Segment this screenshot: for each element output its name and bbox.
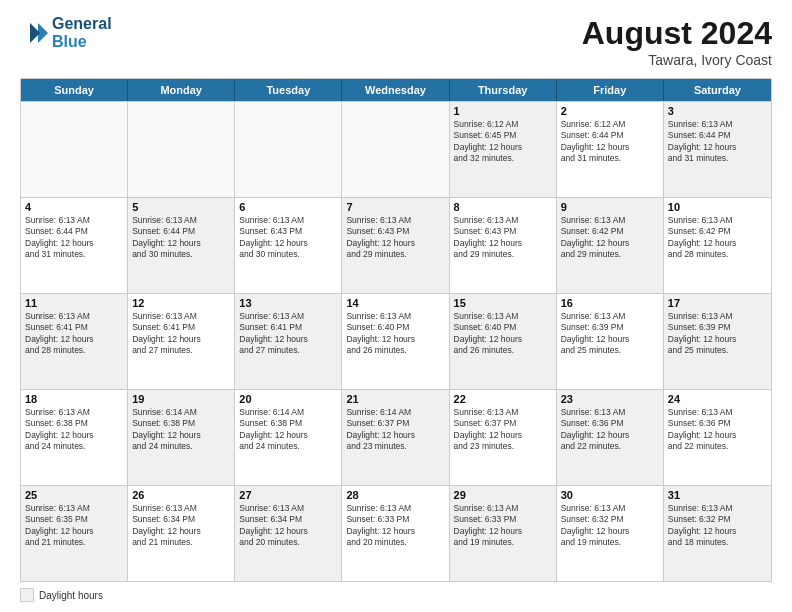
day-info: Sunrise: 6:12 AM Sunset: 6:44 PM Dayligh… <box>561 119 659 165</box>
logo-icon <box>20 19 48 47</box>
day-cell-26: 26Sunrise: 6:13 AM Sunset: 6:34 PM Dayli… <box>128 486 235 581</box>
day-cell-20: 20Sunrise: 6:14 AM Sunset: 6:38 PM Dayli… <box>235 390 342 485</box>
day-header-tuesday: Tuesday <box>235 79 342 101</box>
day-info: Sunrise: 6:13 AM Sunset: 6:35 PM Dayligh… <box>25 503 123 549</box>
day-number: 21 <box>346 393 444 405</box>
day-cell-28: 28Sunrise: 6:13 AM Sunset: 6:33 PM Dayli… <box>342 486 449 581</box>
day-info: Sunrise: 6:14 AM Sunset: 6:38 PM Dayligh… <box>132 407 230 453</box>
day-info: Sunrise: 6:13 AM Sunset: 6:32 PM Dayligh… <box>668 503 767 549</box>
day-cell-21: 21Sunrise: 6:14 AM Sunset: 6:37 PM Dayli… <box>342 390 449 485</box>
day-number: 23 <box>561 393 659 405</box>
day-number: 4 <box>25 201 123 213</box>
day-cell-13: 13Sunrise: 6:13 AM Sunset: 6:41 PM Dayli… <box>235 294 342 389</box>
day-info: Sunrise: 6:13 AM Sunset: 6:33 PM Dayligh… <box>454 503 552 549</box>
day-number: 16 <box>561 297 659 309</box>
day-cell-1: 1Sunrise: 6:12 AM Sunset: 6:45 PM Daylig… <box>450 102 557 197</box>
day-cell-23: 23Sunrise: 6:13 AM Sunset: 6:36 PM Dayli… <box>557 390 664 485</box>
day-info: Sunrise: 6:13 AM Sunset: 6:39 PM Dayligh… <box>668 311 767 357</box>
legend-box <box>20 588 34 602</box>
day-number: 28 <box>346 489 444 501</box>
month-title: August 2024 <box>582 15 772 52</box>
day-info: Sunrise: 6:13 AM Sunset: 6:37 PM Dayligh… <box>454 407 552 453</box>
day-info: Sunrise: 6:13 AM Sunset: 6:36 PM Dayligh… <box>668 407 767 453</box>
logo-text-blue: Blue <box>52 33 112 51</box>
week-row-2: 4Sunrise: 6:13 AM Sunset: 6:44 PM Daylig… <box>21 197 771 293</box>
day-header-monday: Monday <box>128 79 235 101</box>
legend-label: Daylight hours <box>39 590 103 601</box>
day-info: Sunrise: 6:13 AM Sunset: 6:43 PM Dayligh… <box>239 215 337 261</box>
day-cell-6: 6Sunrise: 6:13 AM Sunset: 6:43 PM Daylig… <box>235 198 342 293</box>
week-row-3: 11Sunrise: 6:13 AM Sunset: 6:41 PM Dayli… <box>21 293 771 389</box>
day-cell-16: 16Sunrise: 6:13 AM Sunset: 6:39 PM Dayli… <box>557 294 664 389</box>
day-number: 3 <box>668 105 767 117</box>
logo-text-general: General <box>52 15 112 33</box>
day-cell-15: 15Sunrise: 6:13 AM Sunset: 6:40 PM Dayli… <box>450 294 557 389</box>
day-cell-25: 25Sunrise: 6:13 AM Sunset: 6:35 PM Dayli… <box>21 486 128 581</box>
day-cell-10: 10Sunrise: 6:13 AM Sunset: 6:42 PM Dayli… <box>664 198 771 293</box>
day-header-friday: Friday <box>557 79 664 101</box>
day-cell-2: 2Sunrise: 6:12 AM Sunset: 6:44 PM Daylig… <box>557 102 664 197</box>
empty-cell <box>128 102 235 197</box>
day-info: Sunrise: 6:13 AM Sunset: 6:43 PM Dayligh… <box>346 215 444 261</box>
day-cell-29: 29Sunrise: 6:13 AM Sunset: 6:33 PM Dayli… <box>450 486 557 581</box>
legend: Daylight hours <box>20 588 772 602</box>
day-cell-14: 14Sunrise: 6:13 AM Sunset: 6:40 PM Dayli… <box>342 294 449 389</box>
empty-cell <box>235 102 342 197</box>
day-number: 27 <box>239 489 337 501</box>
day-info: Sunrise: 6:13 AM Sunset: 6:41 PM Dayligh… <box>25 311 123 357</box>
day-number: 24 <box>668 393 767 405</box>
day-info: Sunrise: 6:12 AM Sunset: 6:45 PM Dayligh… <box>454 119 552 165</box>
week-row-5: 25Sunrise: 6:13 AM Sunset: 6:35 PM Dayli… <box>21 485 771 581</box>
day-cell-17: 17Sunrise: 6:13 AM Sunset: 6:39 PM Dayli… <box>664 294 771 389</box>
empty-cell <box>342 102 449 197</box>
day-header-wednesday: Wednesday <box>342 79 449 101</box>
day-cell-3: 3Sunrise: 6:13 AM Sunset: 6:44 PM Daylig… <box>664 102 771 197</box>
day-cell-31: 31Sunrise: 6:13 AM Sunset: 6:32 PM Dayli… <box>664 486 771 581</box>
day-header-thursday: Thursday <box>450 79 557 101</box>
day-number: 22 <box>454 393 552 405</box>
day-info: Sunrise: 6:13 AM Sunset: 6:33 PM Dayligh… <box>346 503 444 549</box>
day-info: Sunrise: 6:13 AM Sunset: 6:38 PM Dayligh… <box>25 407 123 453</box>
day-cell-19: 19Sunrise: 6:14 AM Sunset: 6:38 PM Dayli… <box>128 390 235 485</box>
day-info: Sunrise: 6:13 AM Sunset: 6:34 PM Dayligh… <box>132 503 230 549</box>
day-header-saturday: Saturday <box>664 79 771 101</box>
day-number: 20 <box>239 393 337 405</box>
location-subtitle: Tawara, Ivory Coast <box>582 52 772 68</box>
day-number: 6 <box>239 201 337 213</box>
day-number: 25 <box>25 489 123 501</box>
day-info: Sunrise: 6:13 AM Sunset: 6:40 PM Dayligh… <box>346 311 444 357</box>
calendar: SundayMondayTuesdayWednesdayThursdayFrid… <box>20 78 772 582</box>
day-info: Sunrise: 6:13 AM Sunset: 6:32 PM Dayligh… <box>561 503 659 549</box>
page: General Blue August 2024 Tawara, Ivory C… <box>0 0 792 612</box>
day-number: 26 <box>132 489 230 501</box>
day-number: 5 <box>132 201 230 213</box>
day-cell-22: 22Sunrise: 6:13 AM Sunset: 6:37 PM Dayli… <box>450 390 557 485</box>
day-header-sunday: Sunday <box>21 79 128 101</box>
day-info: Sunrise: 6:13 AM Sunset: 6:44 PM Dayligh… <box>25 215 123 261</box>
day-number: 12 <box>132 297 230 309</box>
day-info: Sunrise: 6:13 AM Sunset: 6:39 PM Dayligh… <box>561 311 659 357</box>
day-cell-30: 30Sunrise: 6:13 AM Sunset: 6:32 PM Dayli… <box>557 486 664 581</box>
day-cell-12: 12Sunrise: 6:13 AM Sunset: 6:41 PM Dayli… <box>128 294 235 389</box>
day-number: 10 <box>668 201 767 213</box>
calendar-body: 1Sunrise: 6:12 AM Sunset: 6:45 PM Daylig… <box>21 101 771 581</box>
day-cell-8: 8Sunrise: 6:13 AM Sunset: 6:43 PM Daylig… <box>450 198 557 293</box>
week-row-1: 1Sunrise: 6:12 AM Sunset: 6:45 PM Daylig… <box>21 101 771 197</box>
day-info: Sunrise: 6:13 AM Sunset: 6:34 PM Dayligh… <box>239 503 337 549</box>
day-cell-7: 7Sunrise: 6:13 AM Sunset: 6:43 PM Daylig… <box>342 198 449 293</box>
day-number: 29 <box>454 489 552 501</box>
day-number: 2 <box>561 105 659 117</box>
day-info: Sunrise: 6:13 AM Sunset: 6:40 PM Dayligh… <box>454 311 552 357</box>
day-number: 1 <box>454 105 552 117</box>
week-row-4: 18Sunrise: 6:13 AM Sunset: 6:38 PM Dayli… <box>21 389 771 485</box>
day-cell-4: 4Sunrise: 6:13 AM Sunset: 6:44 PM Daylig… <box>21 198 128 293</box>
day-info: Sunrise: 6:14 AM Sunset: 6:38 PM Dayligh… <box>239 407 337 453</box>
day-info: Sunrise: 6:13 AM Sunset: 6:43 PM Dayligh… <box>454 215 552 261</box>
calendar-header: SundayMondayTuesdayWednesdayThursdayFrid… <box>21 79 771 101</box>
day-cell-27: 27Sunrise: 6:13 AM Sunset: 6:34 PM Dayli… <box>235 486 342 581</box>
day-cell-5: 5Sunrise: 6:13 AM Sunset: 6:44 PM Daylig… <box>128 198 235 293</box>
title-block: August 2024 Tawara, Ivory Coast <box>582 15 772 68</box>
day-info: Sunrise: 6:13 AM Sunset: 6:44 PM Dayligh… <box>132 215 230 261</box>
day-cell-24: 24Sunrise: 6:13 AM Sunset: 6:36 PM Dayli… <box>664 390 771 485</box>
day-number: 9 <box>561 201 659 213</box>
